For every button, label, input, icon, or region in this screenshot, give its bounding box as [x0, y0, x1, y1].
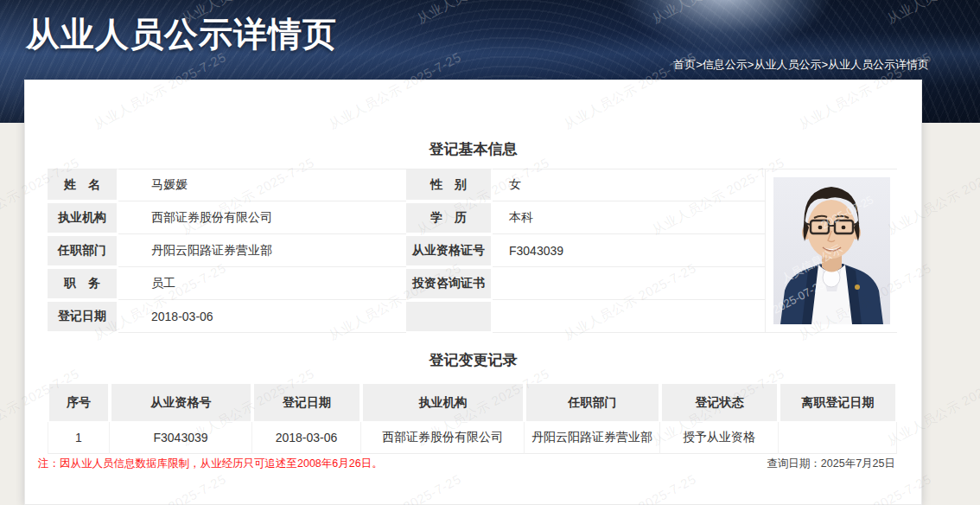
- field-value-empty: [493, 300, 765, 333]
- field-value-institution: 西部证券股份有限公司: [118, 201, 406, 234]
- field-label-name: 姓 名: [48, 169, 118, 201]
- field-label-institution: 执业机构: [48, 201, 118, 234]
- field-label-position: 职 务: [48, 267, 118, 300]
- field-value-name: 马媛媛: [118, 169, 406, 201]
- page-title: 从业人员公示详情页: [26, 11, 337, 58]
- basic-info-table: 姓 名 马媛媛 性 别 女: [48, 169, 897, 333]
- basic-info-section-title: 登记基本信息: [25, 139, 921, 159]
- field-label-advisory-cert: 投资咨询证书: [406, 267, 493, 300]
- breadcrumb[interactable]: 首页>信息公示>从业人员公示>从业人员公示详情页: [673, 57, 929, 73]
- field-value-position: 员工: [118, 267, 406, 300]
- cell-leave-date: [779, 422, 897, 454]
- change-record-row: 1 F3043039 2018-03-06 西部证券股份有限公司 丹阳云阳路证券…: [48, 422, 897, 454]
- field-label-empty: [406, 300, 493, 333]
- field-value-license-no: F3043039: [493, 234, 765, 267]
- cell-status: 授予从业资格: [660, 422, 779, 454]
- cell-department: 丹阳云阳路证券营业部: [525, 422, 660, 454]
- field-label-department: 任职部门: [48, 234, 118, 267]
- query-date: 查询日期：2025年7月25日: [767, 457, 895, 471]
- col-header-leave-date: 离职登记日期: [779, 384, 897, 422]
- col-header-institution: 执业机构: [361, 384, 525, 422]
- footer-row: 注：因从业人员信息数据库限制，从业经历只可追述至2008年6月26日。 查询日期…: [38, 457, 895, 471]
- col-header-status: 登记状态: [660, 384, 779, 422]
- col-header-license-no: 从业资格号: [110, 384, 252, 422]
- field-label-education: 学 历: [406, 201, 493, 234]
- portrait-photo-cell: 人员信息公示 2025-07-25 2025-07-25: [765, 169, 897, 333]
- field-label-gender: 性 别: [406, 169, 493, 201]
- change-records-header-row: 序号 从业资格号 登记日期 执业机构 任职部门 登记状态 离职登记日期: [48, 384, 897, 422]
- col-header-reg-date: 登记日期: [252, 384, 361, 422]
- cell-reg-date: 2018-03-06: [252, 422, 361, 454]
- basic-info-row: 姓 名 马媛媛 性 别 女: [48, 169, 897, 201]
- field-label-license-no: 从业资格证号: [406, 234, 493, 267]
- col-header-seq: 序号: [48, 384, 110, 422]
- field-label-reg-date: 登记日期: [48, 300, 118, 333]
- field-value-department: 丹阳云阳路证券营业部: [118, 234, 406, 267]
- watermark-text: 从业人员公示 2025-7-25: [415, 0, 553, 28]
- database-limit-note: 注：因从业人员信息数据库限制，从业经历只可追述至2008年6月26日。: [38, 457, 383, 471]
- field-value-gender: 女: [493, 169, 765, 201]
- content-card: 登记基本信息 姓 名 马媛媛 性 别 女: [24, 80, 922, 505]
- portrait-photo: 人员信息公示 2025-07-25 2025-07-25: [773, 177, 890, 324]
- cell-license-no: F3043039: [110, 422, 252, 454]
- cell-institution: 西部证券股份有限公司: [361, 422, 525, 454]
- watermark-text: 从业人员公示 2025-7-25: [885, 0, 980, 28]
- col-header-department: 任职部门: [525, 384, 660, 422]
- field-value-education: 本科: [493, 201, 765, 234]
- change-records-table: 序号 从业资格号 登记日期 执业机构 任职部门 登记状态 离职登记日期 1 F3…: [48, 384, 897, 454]
- change-records-section-title: 登记变更记录: [25, 350, 921, 370]
- cell-seq: 1: [48, 422, 110, 454]
- watermark-text: 从业人员公示 2025-7-25: [650, 0, 788, 28]
- field-value-reg-date: 2018-03-06: [118, 300, 406, 333]
- field-value-advisory-cert: [493, 267, 765, 300]
